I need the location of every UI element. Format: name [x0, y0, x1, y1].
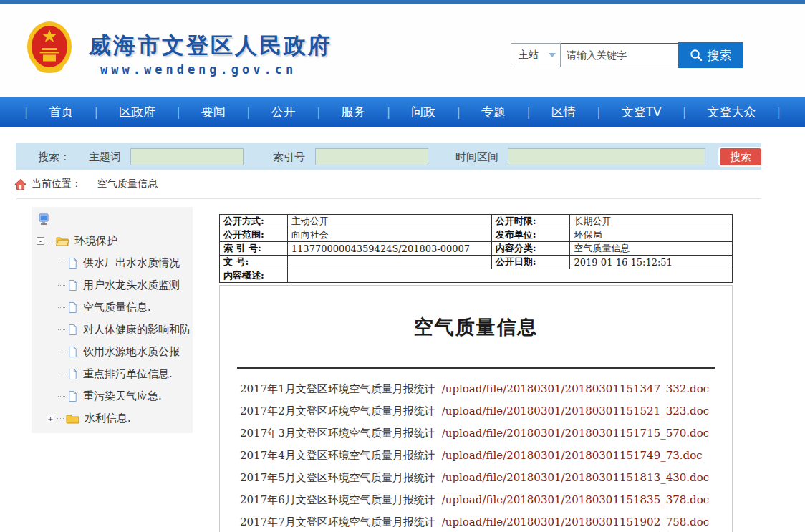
- tree-leaf-health-impact[interactable]: 对人体健康的影响和防: [37, 319, 193, 341]
- meta-label: 索 引 号:: [220, 242, 288, 256]
- doc-link[interactable]: /upload/file/20180301/20180301151749_73.…: [442, 449, 703, 462]
- tree-leaf-drinking-water-report[interactable]: 饮用水源地水质公报: [37, 341, 193, 363]
- doc-link[interactable]: /upload/file/20180301/20180301151835_378…: [442, 493, 709, 506]
- doc-row: 2017年2月文登区环境空气质量月报统计/upload/file/2018030…: [240, 400, 732, 422]
- tree-node-label[interactable]: 环境保护: [74, 234, 117, 248]
- document-icon: [67, 368, 78, 380]
- collapse-icon[interactable]: [37, 237, 44, 245]
- open-folder-icon: [56, 236, 69, 246]
- meta-value: 11377000004359424S/201803-00007: [287, 242, 491, 256]
- nav-separator: |: [24, 106, 28, 119]
- meta-value: 主动公开: [287, 215, 491, 228]
- nav-item-disclosure[interactable]: 公开: [271, 104, 296, 120]
- doc-link[interactable]: /upload/file/20180301/20180301151902_758…: [442, 516, 709, 528]
- chevron-down-icon: [549, 53, 556, 57]
- nav-separator: |: [457, 106, 461, 119]
- filter-search-button[interactable]: 搜索: [718, 147, 763, 167]
- article-title: 空气质量信息: [220, 314, 732, 340]
- table-row: 公开范围: 面向社会 发布单位: 环保局: [220, 228, 733, 242]
- header-search-button[interactable]: 搜索: [678, 42, 743, 68]
- nav-separator: |: [387, 106, 390, 119]
- meta-value: 长期公开: [570, 215, 733, 228]
- header-search-input[interactable]: [561, 43, 678, 67]
- filter-index-label: 索引号: [273, 150, 305, 164]
- nav-item-district-gov[interactable]: 区政府: [119, 104, 155, 120]
- nav-separator: |: [95, 106, 98, 119]
- tree-leaf-label[interactable]: 供水厂出水水质情况: [83, 256, 180, 270]
- nav-item-topics[interactable]: 专题: [481, 104, 506, 120]
- tree-connector: [58, 329, 65, 330]
- doc-title: 2017年7月文登区环境空气质量月报统计: [240, 516, 435, 528]
- filter-daterange-input[interactable]: [508, 148, 705, 165]
- tree-node-environment[interactable]: 环境保护: [37, 230, 193, 252]
- tree-leaf-water-plant-quality[interactable]: 供水厂出水水质情况: [37, 252, 193, 274]
- site-title: 威海市文登区人民政府: [89, 31, 332, 61]
- site-header: 威海市文登区人民政府 www.wendeng.gov.cn 主站 搜索: [0, 4, 805, 97]
- filter-bar: 搜索： 主题词 索引号 时间区间 搜索: [16, 143, 761, 170]
- filter-daterange-label: 时间区间: [455, 150, 498, 164]
- table-row: 索 引 号: 11377000004359424S/201803-00007 内…: [220, 242, 733, 256]
- doc-title: 2017年5月文登区环境空气质量月报统计: [240, 471, 435, 484]
- meta-label: 公开日期:: [491, 256, 570, 269]
- meta-label: 发布单位:: [491, 228, 570, 242]
- doc-title: 2017年4月文登区环境空气质量月报统计: [240, 449, 435, 462]
- table-row: 公开方式: 主动公开 公开时限: 长期公开: [220, 215, 733, 228]
- tree-connector: [58, 263, 65, 263]
- document-icon: [67, 279, 78, 291]
- tree-leaf-air-quality[interactable]: 空气质量信息.: [37, 296, 193, 319]
- tree-connector: [58, 396, 65, 397]
- doc-list: 2017年1月文登区环境空气质量月报统计/upload/file/2018030…: [240, 378, 732, 532]
- closed-folder-icon: [66, 413, 79, 424]
- nav-item-news[interactable]: 要闻: [201, 104, 226, 120]
- breadcrumb-current: 空气质量信息: [97, 178, 158, 190]
- filter-prefix-label: 搜索：: [38, 150, 70, 164]
- nav-item-services[interactable]: 服务: [342, 104, 366, 120]
- table-row: 内容概述:: [220, 269, 733, 283]
- tree-leaf-label[interactable]: 重污染天气应急.: [83, 390, 162, 403]
- tree-leaf-key-polluters[interactable]: 重点排污单位信息.: [37, 363, 193, 385]
- site-scope-select-value: 主站: [519, 49, 539, 62]
- meta-label: 内容分类:: [491, 242, 570, 256]
- tree-leaf-label[interactable]: 用户水龙头水质监测: [83, 279, 180, 292]
- tree-node-label[interactable]: 水利信息.: [85, 412, 131, 425]
- expand-icon[interactable]: [47, 415, 54, 422]
- meta-label: 公开方式:: [220, 215, 288, 228]
- document-icon: [67, 301, 78, 314]
- meta-value: [287, 256, 491, 269]
- nav-item-wendeng-tv[interactable]: 文登TV: [622, 104, 662, 120]
- meta-label: 内容概述:: [220, 269, 288, 283]
- doc-link[interactable]: /upload/file/20180301/20180301151521_323…: [442, 405, 709, 417]
- tree-connector: [47, 241, 54, 241]
- site-scope-select[interactable]: 主站: [511, 43, 561, 67]
- breadcrumb: 当前位置： 空气质量信息: [14, 178, 158, 190]
- nav-item-ask-gov[interactable]: 问政: [411, 104, 435, 120]
- national-emblem-logo: [26, 19, 73, 75]
- nav-separator: |: [177, 106, 180, 119]
- meta-label: 文 号:: [220, 256, 288, 269]
- doc-link[interactable]: /upload/file/20180301/20180301151813_430…: [442, 471, 709, 484]
- tree-leaf-label[interactable]: 重点排污单位信息.: [83, 367, 173, 381]
- doc-link[interactable]: /upload/file/20180301/20180301151715_570…: [442, 427, 709, 440]
- nav-item-home[interactable]: 首页: [49, 104, 73, 120]
- tree-leaf-tap-water-monitor[interactable]: 用户水龙头水质监测: [37, 274, 193, 296]
- disclosure-meta-table: 公开方式: 主动公开 公开时限: 长期公开 公开范围: 面向社会 发布单位: 环…: [219, 214, 733, 283]
- tree-leaf-label[interactable]: 饮用水源地水质公报: [83, 345, 180, 359]
- meta-value: 环保局: [570, 228, 733, 242]
- category-tree: 环境保护 供水厂出水水质情况 用户水龙头水质监测: [32, 207, 193, 430]
- breadcrumb-label: 当前位置：: [32, 178, 82, 190]
- tree-leaf-label[interactable]: 对人体健康的影响和防: [83, 323, 191, 337]
- nav-item-district-info[interactable]: 区情: [551, 104, 576, 120]
- nav-item-wendeng-public[interactable]: 文登大众: [707, 104, 756, 120]
- tree-leaf-label[interactable]: 空气质量信息.: [83, 301, 151, 314]
- doc-row: 2017年5月文登区环境空气质量月报统计/upload/file/2018030…: [240, 467, 732, 489]
- doc-link[interactable]: /upload/file/20180301/20180301151347_332…: [442, 382, 709, 395]
- doc-title: 2017年2月文登区环境空气质量月报统计: [240, 405, 435, 417]
- nav-separator: |: [777, 106, 781, 119]
- tree-leaf-heavy-pollution-emergency[interactable]: 重污染天气应急.: [37, 385, 193, 407]
- document-icon: [67, 324, 78, 336]
- doc-row: 2017年4月文登区环境空气质量月报统计/upload/file/2018030…: [240, 445, 732, 467]
- filter-topic-input[interactable]: [130, 148, 244, 165]
- tree-node-water-conservancy[interactable]: 水利信息.: [37, 407, 193, 430]
- document-icon: [67, 346, 78, 358]
- filter-index-input[interactable]: [315, 148, 428, 165]
